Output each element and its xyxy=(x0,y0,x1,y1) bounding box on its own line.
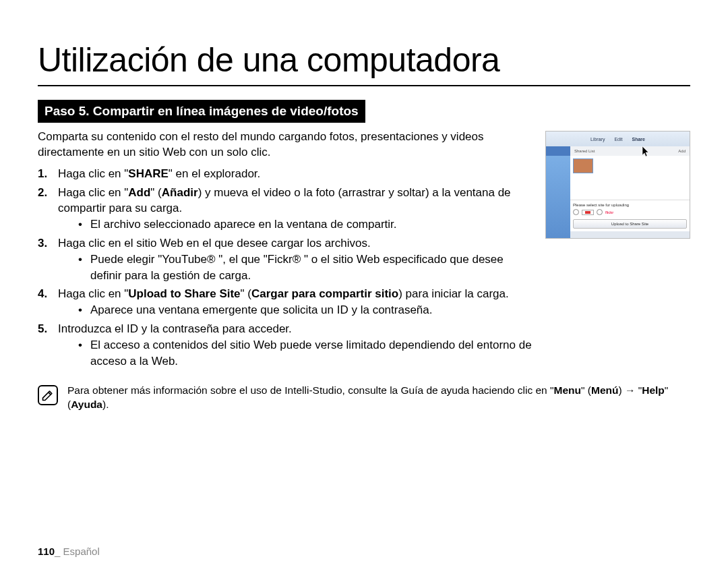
thumbnail xyxy=(573,158,593,173)
note-icon xyxy=(38,385,58,405)
intro-text: Comparta su contenido con el resto del m… xyxy=(38,129,533,160)
share-screenshot: Library Edit Share Shared ListAdd Please… xyxy=(545,131,690,239)
step-5-sub: El acceso a contenidos del sitio Web pue… xyxy=(78,337,533,370)
note-text: Para obtener más información sobre el us… xyxy=(67,384,690,412)
page-title: Utilización de una computadora xyxy=(38,40,690,86)
step-2: Haga clic en "Add" (Añadir) y mueva el v… xyxy=(38,185,533,233)
step-3: Haga clic en el sitio Web en el que dese… xyxy=(38,235,533,283)
upload-button: Upload to Share Site xyxy=(573,219,687,229)
step-banner: Paso 5. Compartir en línea imágenes de v… xyxy=(38,100,365,123)
step-3-sub: Puede elegir "YouTube® ", el que "Fickr®… xyxy=(78,252,533,284)
step-5: Introduzca el ID y la contraseña para ac… xyxy=(38,321,533,369)
step-2-sub: El archivo seleccionado aparece en la ve… xyxy=(78,216,533,233)
step-1: Haga clic en "SHARE" en el explorador. xyxy=(38,166,533,182)
page-footer: 110_ Español xyxy=(38,546,100,557)
step-4-sub: Aparece una ventana emergente que solici… xyxy=(78,302,533,318)
upload-site-label: Please select site for uploading xyxy=(573,203,687,207)
step-4: Haga clic en "Upload to Share Site" (Car… xyxy=(38,286,533,318)
tab-share: Share xyxy=(632,137,645,142)
tab-library: Library xyxy=(590,137,605,142)
tab-edit: Edit xyxy=(614,137,622,142)
cursor-icon xyxy=(642,146,651,158)
